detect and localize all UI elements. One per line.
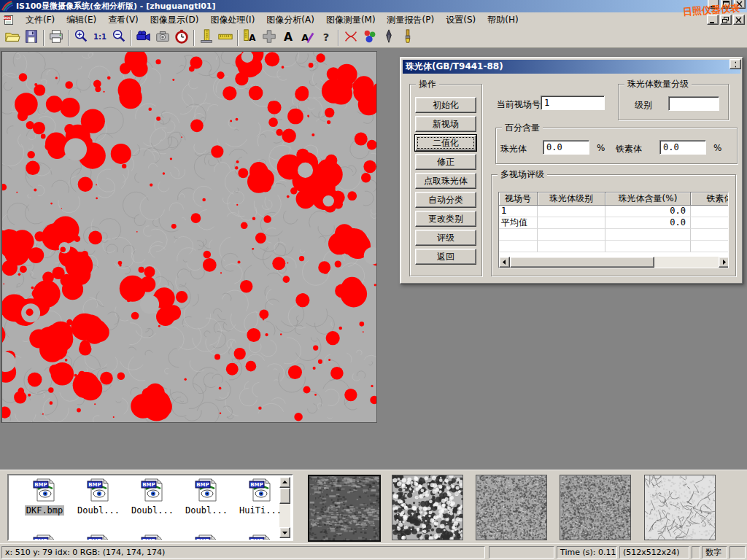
file-item[interactable]: BMPDoubl... bbox=[125, 478, 179, 516]
table-horizontal-scrollbar[interactable] bbox=[499, 257, 729, 268]
op-button-6[interactable]: 自动分类 bbox=[415, 192, 476, 208]
child-close-button[interactable] bbox=[733, 15, 745, 25]
grade-label: 级别 bbox=[635, 99, 652, 112]
svg-text:BMP: BMP bbox=[88, 538, 101, 541]
status-bar: x: 510 y: 79 idx: 0 RGB: (174, 174, 174)… bbox=[0, 543, 747, 560]
annotate-button[interactable]: A bbox=[298, 29, 317, 47]
colorize-button[interactable] bbox=[360, 29, 379, 47]
window-title: IS100显微摄像系统(金相分析版) - [zhuguangti01] bbox=[16, 1, 216, 12]
table-header-1[interactable]: 珠光体级别 bbox=[538, 192, 605, 206]
op-button-9[interactable]: 返回 bbox=[415, 249, 476, 265]
bmp-file-icon: BMP bbox=[18, 478, 71, 505]
actual-size-button[interactable]: 1:1 bbox=[90, 29, 109, 47]
ruler-button[interactable] bbox=[216, 29, 235, 47]
op-button-7[interactable]: 更改类别 bbox=[415, 211, 476, 227]
pen-button[interactable] bbox=[379, 29, 398, 47]
caliper-button[interactable] bbox=[197, 29, 216, 47]
file-item[interactable]: BMPDoubl... bbox=[179, 478, 233, 516]
table-header-0[interactable]: 视场号 bbox=[499, 192, 538, 206]
bottom-panel: BMPDKF.bmpBMPDoubl...BMPDoubl...BMPDoubl… bbox=[0, 470, 747, 543]
svg-text:BMP: BMP bbox=[250, 538, 263, 541]
minimize-icon bbox=[710, 1, 717, 7]
op-button-2[interactable]: 新视场 bbox=[415, 116, 476, 132]
help-button[interactable]: ? bbox=[317, 29, 336, 47]
op-button-8[interactable]: 评级 bbox=[415, 230, 476, 246]
scroll-left-button[interactable] bbox=[499, 257, 510, 268]
menu-item-file[interactable]: 文件(F) bbox=[20, 12, 61, 28]
svg-text:BMP: BMP bbox=[34, 482, 47, 488]
menu-item-edit[interactable]: 编辑(E) bbox=[61, 12, 102, 28]
open-button[interactable] bbox=[3, 29, 22, 47]
child-minimize-button[interactable] bbox=[707, 15, 719, 25]
thumbnail-1[interactable] bbox=[308, 475, 381, 542]
menu-item-settings[interactable]: 设置(S) bbox=[440, 12, 481, 28]
menu-item-image-display[interactable]: 图像显示(D) bbox=[144, 12, 205, 28]
zoom-out-button[interactable] bbox=[109, 29, 128, 47]
minimize-icon bbox=[709, 17, 716, 23]
table-row[interactable]: 10.0 bbox=[499, 206, 728, 217]
print-button[interactable] bbox=[47, 29, 66, 47]
menu-item-view[interactable]: 查看(V) bbox=[102, 12, 144, 28]
menu-item-image-measure[interactable]: 图像测量(M) bbox=[320, 12, 382, 28]
video-capture-button[interactable] bbox=[134, 29, 153, 47]
thumbnail-3[interactable] bbox=[476, 475, 547, 540]
table-row[interactable] bbox=[499, 241, 728, 252]
file-item[interactable]: BMP bbox=[233, 534, 287, 541]
op-button-1[interactable]: 初始化 bbox=[415, 97, 476, 113]
menu-item-image-process[interactable]: 图像处理(I) bbox=[204, 12, 260, 28]
maximize-button[interactable] bbox=[721, 0, 732, 9]
merge-button[interactable] bbox=[260, 29, 279, 47]
file-item[interactable]: BMPDoubl... bbox=[71, 478, 125, 516]
file-name: HuiTi... bbox=[238, 505, 283, 516]
menu-item-help[interactable]: 帮助(H) bbox=[481, 12, 524, 28]
file-item[interactable]: BMP bbox=[179, 534, 233, 541]
file-item[interactable]: BMPHuiTi... bbox=[233, 478, 287, 516]
close-button[interactable] bbox=[734, 0, 746, 9]
table-cell bbox=[499, 241, 538, 252]
text-button[interactable]: A bbox=[279, 29, 298, 47]
arrow-left-icon bbox=[502, 260, 507, 265]
dialog-close-button[interactable] bbox=[729, 59, 741, 69]
file-name: Doubl... bbox=[76, 505, 121, 516]
child-restore-button[interactable] bbox=[720, 15, 732, 25]
table-row[interactable]: 平均值0.0 bbox=[499, 217, 728, 229]
file-item[interactable]: BMPDKF.bmp bbox=[18, 478, 71, 516]
save-button[interactable] bbox=[22, 29, 41, 47]
table-cell bbox=[538, 217, 605, 229]
table-header-2[interactable]: 珠光体含量(%) bbox=[605, 192, 691, 206]
zoom-out-icon bbox=[111, 28, 127, 47]
file-item[interactable]: BMP bbox=[18, 534, 71, 541]
op-button-3[interactable]: 二值化 bbox=[415, 135, 476, 151]
thumbnail-4[interactable] bbox=[560, 475, 631, 540]
svg-text:BMP: BMP bbox=[34, 538, 47, 541]
file-item[interactable]: BMP bbox=[125, 534, 179, 541]
brush-button[interactable] bbox=[398, 29, 417, 47]
app-window: IS100显微摄像系统(金相分析版) - [zhuguangti01] 日照仪器… bbox=[0, 0, 747, 560]
scrollbar-thumb[interactable] bbox=[510, 257, 654, 268]
zoom-in-button[interactable] bbox=[71, 29, 90, 47]
curve-tool-icon bbox=[343, 28, 359, 47]
table-cell bbox=[538, 241, 605, 252]
table-header-3[interactable]: 铁素体 bbox=[691, 192, 729, 206]
menu-item-image-analysis[interactable]: 图像分析(A) bbox=[260, 12, 320, 28]
dialog-title-bar[interactable]: 珠光体(GB/T9441-88) bbox=[403, 60, 740, 74]
timer-button[interactable] bbox=[172, 29, 191, 47]
file-item[interactable]: BMP bbox=[71, 534, 125, 541]
pearlite-percent-input[interactable]: 0.0 bbox=[543, 140, 589, 155]
main-image[interactable] bbox=[1, 51, 377, 423]
ferrite-percent-label: 铁素体 bbox=[616, 143, 642, 155]
current-field-input[interactable]: 1 bbox=[541, 96, 605, 110]
minimize-button[interactable] bbox=[708, 0, 719, 9]
thumbnail-5[interactable] bbox=[644, 475, 716, 540]
curve-button[interactable] bbox=[341, 29, 360, 47]
op-button-5[interactable]: 点取珠光体 bbox=[415, 173, 476, 189]
camera-capture-button[interactable] bbox=[153, 29, 172, 47]
thumbnail-2[interactable] bbox=[392, 475, 463, 540]
menu-item-measure-report[interactable]: 测量报告(P) bbox=[382, 12, 441, 28]
op-button-4[interactable]: 修正 bbox=[415, 154, 476, 170]
ferrite-percent-input[interactable]: 0.0 bbox=[659, 140, 706, 155]
grade-input[interactable] bbox=[668, 96, 719, 111]
table-row[interactable] bbox=[499, 229, 728, 241]
measure-label-button[interactable]: A bbox=[241, 29, 260, 47]
scroll-right-button[interactable] bbox=[719, 257, 729, 268]
